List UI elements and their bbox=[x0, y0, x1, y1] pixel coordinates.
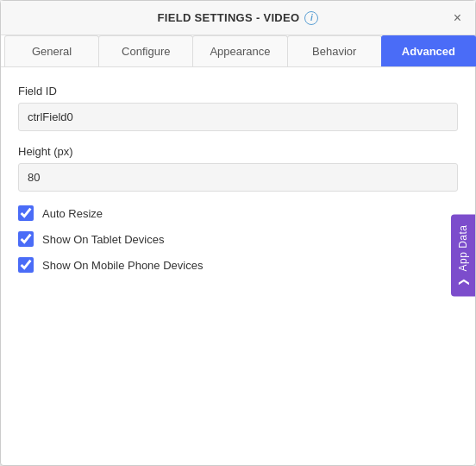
tab-general[interactable]: General bbox=[4, 35, 99, 66]
field-id-label: Field ID bbox=[18, 85, 458, 98]
modal-content: Field ID Height (px) Auto Resize Show On… bbox=[1, 67, 475, 465]
checkbox-show-mobile-label: Show On Mobile Phone Devices bbox=[42, 259, 203, 272]
field-id-input[interactable] bbox=[18, 103, 458, 131]
app-data-tab[interactable]: ❯ App Data bbox=[451, 215, 475, 297]
tabs-container: General Configure Appearance Behavior Ad… bbox=[1, 35, 475, 67]
checkbox-show-mobile[interactable]: Show On Mobile Phone Devices bbox=[18, 257, 458, 273]
tab-appearance[interactable]: Appearance bbox=[192, 35, 287, 66]
tab-advanced[interactable]: Advanced bbox=[381, 35, 476, 66]
checkbox-show-tablet-label: Show On Tablet Devices bbox=[42, 233, 164, 246]
checkbox-show-mobile-input[interactable] bbox=[18, 257, 34, 273]
modal-body-wrapper: Field ID Height (px) Auto Resize Show On… bbox=[1, 67, 475, 465]
checkbox-auto-resize-input[interactable] bbox=[18, 205, 34, 221]
modal-container: FIELD SETTINGS - VIDEO i × General Confi… bbox=[0, 0, 476, 466]
height-group: Height (px) bbox=[18, 145, 458, 192]
tab-behavior[interactable]: Behavior bbox=[287, 35, 382, 66]
checkbox-auto-resize-label: Auto Resize bbox=[42, 207, 103, 220]
checkbox-show-tablet[interactable]: Show On Tablet Devices bbox=[18, 231, 458, 247]
height-label: Height (px) bbox=[18, 145, 458, 158]
field-id-group: Field ID bbox=[18, 85, 458, 131]
checkbox-auto-resize[interactable]: Auto Resize bbox=[18, 205, 458, 221]
checkbox-show-tablet-input[interactable] bbox=[18, 231, 34, 247]
close-button[interactable]: × bbox=[450, 9, 465, 27]
checkbox-group: Auto Resize Show On Tablet Devices Show … bbox=[18, 205, 458, 273]
app-data-label: App Data bbox=[457, 225, 469, 272]
chevron-right-icon: ❯ bbox=[457, 277, 469, 287]
height-input[interactable] bbox=[18, 163, 458, 192]
info-icon[interactable]: i bbox=[304, 11, 318, 25]
modal-title: FIELD SETTINGS - VIDEO bbox=[158, 11, 300, 24]
modal-header: FIELD SETTINGS - VIDEO i × bbox=[1, 1, 475, 35]
tab-configure[interactable]: Configure bbox=[98, 35, 193, 66]
